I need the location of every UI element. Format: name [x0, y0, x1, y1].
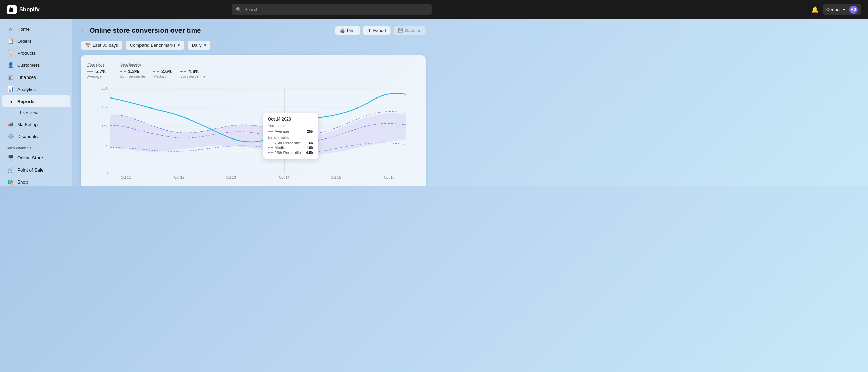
sidebar-item-pos[interactable]: 🛒 Point of Sale: [2, 164, 70, 176]
svg-text:20K: 20K: [102, 86, 108, 90]
pos-icon: 🛒: [8, 167, 14, 173]
header-actions: 🖨️ Print ⬆ Export 💾 Save as: [335, 26, 426, 35]
your-store-stats: Your store 5.7% Average: [87, 62, 106, 79]
sidebar-item-orders[interactable]: 📋 Orders: [2, 35, 70, 47]
export-button[interactable]: ⬆ Export: [363, 26, 391, 35]
chart-card: Your store 5.7% Average Benchmarks: [81, 55, 426, 186]
discounts-icon: ⚙️: [8, 133, 14, 140]
your-store-label: Your store: [87, 62, 106, 66]
page-title: Online store conversion over time: [90, 27, 201, 34]
average-line-indicator: [87, 71, 93, 72]
interval-filter[interactable]: Daily ▾: [187, 41, 211, 50]
sidebar-item-online-store[interactable]: 🖥️ Online Store: [2, 152, 70, 164]
date-range-filter[interactable]: 📅 Last 30 days: [81, 41, 123, 50]
sidebar-item-analytics[interactable]: 📊 Analytics: [2, 83, 70, 95]
online-store-icon: 🖥️: [8, 155, 14, 161]
stat-p25: 1.3% 25th percentile: [120, 69, 145, 79]
sales-channels-expand-icon[interactable]: ›: [65, 146, 67, 150]
svg-text:5K: 5K: [104, 144, 108, 148]
svg-text:10K: 10K: [102, 125, 108, 129]
sidebar-item-marketing[interactable]: 📣 Marketing: [2, 118, 70, 130]
home-icon: ⌂: [8, 26, 14, 32]
shop-icon: 🛍️: [8, 179, 14, 185]
products-icon: 🏷️: [8, 50, 14, 56]
compare-filter[interactable]: Compare: Benchmarks ▾: [125, 41, 185, 50]
orders-icon: 📋: [8, 38, 14, 44]
page-header: ← Online store conversion over time 🖨️ P…: [81, 26, 426, 35]
svg-text:15K: 15K: [102, 106, 108, 110]
search-placeholder: Search: [244, 7, 258, 12]
svg-text:Oct 13: Oct 13: [226, 176, 236, 179]
analytics-icon: 📊: [8, 86, 14, 92]
benchmarks-label: Benchmarks: [120, 62, 205, 66]
print-button[interactable]: 🖨️ Print: [335, 26, 361, 35]
search-bar[interactable]: 🔍 Search: [232, 4, 432, 16]
svg-text:Oct 12: Oct 12: [174, 176, 184, 179]
stat-average: 5.7% Average: [87, 69, 106, 79]
customers-icon: 👤: [8, 62, 14, 68]
save-as-button[interactable]: 💾 Save as: [393, 26, 426, 35]
sidebar-item-shop[interactable]: 🛍️ Shop: [2, 176, 70, 186]
logo-icon: [7, 5, 17, 14]
sidebar-item-products[interactable]: 🏷️ Products: [2, 47, 70, 59]
p75-line-indicator: [180, 71, 186, 72]
save-icon: 💾: [398, 28, 403, 33]
data-point: [282, 129, 286, 132]
stat-p75: 4.8% 75th percentile: [180, 69, 205, 79]
main-layout: ⌂ Home 📋 Orders 🏷️ Products 👤 Customers …: [0, 19, 434, 186]
chevron-down-icon-2: ▾: [204, 43, 206, 48]
svg-text:Oct 16: Oct 16: [384, 176, 394, 179]
svg-text:Oct 11: Oct 11: [121, 176, 131, 179]
sidebar-sub-reports: Live view: [0, 107, 72, 118]
chart-container: 20K 15K 10K 5K 0: [87, 84, 419, 182]
sidebar-item-finances[interactable]: 🏛️ Finances: [2, 71, 70, 83]
sidebar-item-home[interactable]: ⌂ Home: [2, 23, 70, 35]
main-content: ← Online store conversion over time 🖨️ P…: [72, 19, 434, 186]
sales-channels-section: Sales channels ›: [0, 143, 72, 152]
filter-bar: 📅 Last 30 days Compare: Benchmarks ▾ Dai…: [81, 41, 426, 50]
sidebar: ⌂ Home 📋 Orders 🏷️ Products 👤 Customers …: [0, 19, 72, 186]
benchmarks-stats: Benchmarks 1.3% 25th percentile: [120, 62, 205, 79]
back-button[interactable]: ←: [81, 28, 86, 34]
median-line-indicator: [153, 71, 159, 72]
export-icon: ⬆: [368, 28, 371, 33]
stat-median: 2.6% Median: [153, 69, 172, 79]
top-navigation: Shopify 🔍 Search 🔔 Cooper H. AG: [0, 0, 434, 19]
chevron-down-icon: ▾: [178, 43, 180, 48]
print-icon: 🖨️: [340, 28, 345, 33]
logo-text: Shopify: [19, 7, 40, 13]
logo[interactable]: Shopify: [7, 5, 40, 14]
sidebar-item-customers[interactable]: 👤 Customers: [2, 59, 70, 71]
chart-svg: 20K 15K 10K 5K 0: [87, 84, 419, 180]
svg-text:Oct 14: Oct 14: [279, 176, 289, 179]
calendar-icon: 📅: [85, 43, 91, 48]
sidebar-item-reports[interactable]: ↳ Reports: [2, 95, 70, 107]
svg-text:0: 0: [106, 171, 108, 175]
p25-line-indicator: [120, 71, 126, 72]
svg-text:Oct 15: Oct 15: [331, 176, 341, 179]
finances-icon: 🏛️: [8, 74, 14, 80]
sidebar-item-discounts[interactable]: ⚙️ Discounts: [2, 131, 70, 142]
page-title-area: ← Online store conversion over time: [81, 27, 201, 34]
chart-stats: Your store 5.7% Average Benchmarks: [87, 62, 419, 79]
marketing-icon: 📣: [8, 121, 14, 127]
search-icon: 🔍: [236, 7, 241, 12]
reports-icon: ↳: [8, 98, 14, 104]
sidebar-item-liveview[interactable]: Live view: [14, 107, 70, 118]
